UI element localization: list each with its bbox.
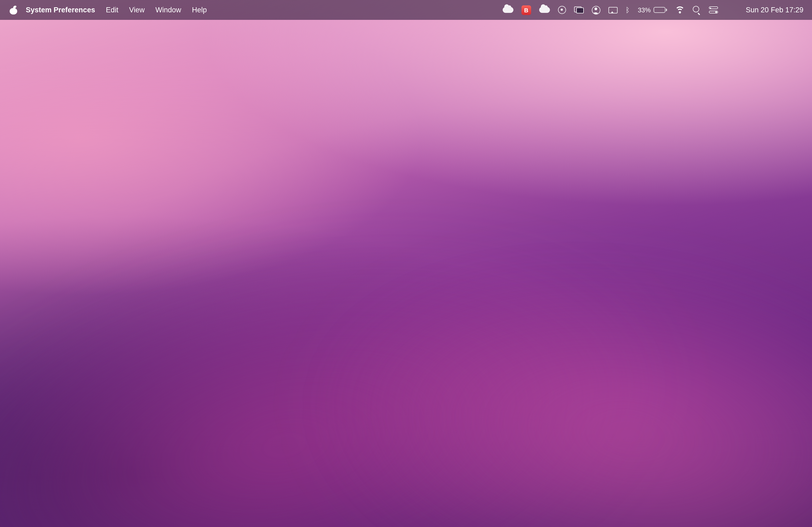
menu-bar: System Preferences Edit View Window Help… [0, 0, 812, 20]
spotlight-icon[interactable] [693, 6, 700, 14]
battery-icon [653, 7, 667, 13]
control-center-icon[interactable] [709, 6, 718, 13]
menu-window[interactable]: Window [150, 0, 187, 20]
menu-clock[interactable]: Sun 20 Feb 17:29 [746, 6, 803, 14]
wifi-icon[interactable] [675, 6, 684, 13]
red-app-status-icon[interactable]: B [521, 5, 531, 15]
menu-edit[interactable]: Edit [100, 0, 124, 20]
record-status-icon[interactable] [558, 6, 566, 14]
desktop-wallpaper [0, 0, 812, 527]
displays-status-icon[interactable] [574, 6, 584, 13]
apple-menu-icon[interactable] [10, 6, 17, 14]
user-switch-icon[interactable] [592, 6, 600, 14]
bluetooth-icon[interactable]: ᛒ [626, 6, 630, 13]
battery-indicator[interactable]: 33% [638, 6, 667, 14]
cloud-status-icon[interactable] [503, 7, 513, 13]
wallpaper-swirl [287, 226, 812, 527]
screen-mirroring-icon[interactable] [608, 7, 618, 13]
desktop-screen: System Preferences Edit View Window Help… [0, 0, 812, 527]
menu-app-name[interactable]: System Preferences [20, 0, 100, 20]
cloud-status-icon-2[interactable] [539, 7, 550, 13]
battery-percentage: 33% [638, 6, 651, 14]
menu-help[interactable]: Help [187, 0, 213, 20]
user-avatar[interactable] [726, 4, 738, 16]
menu-view[interactable]: View [124, 0, 150, 20]
